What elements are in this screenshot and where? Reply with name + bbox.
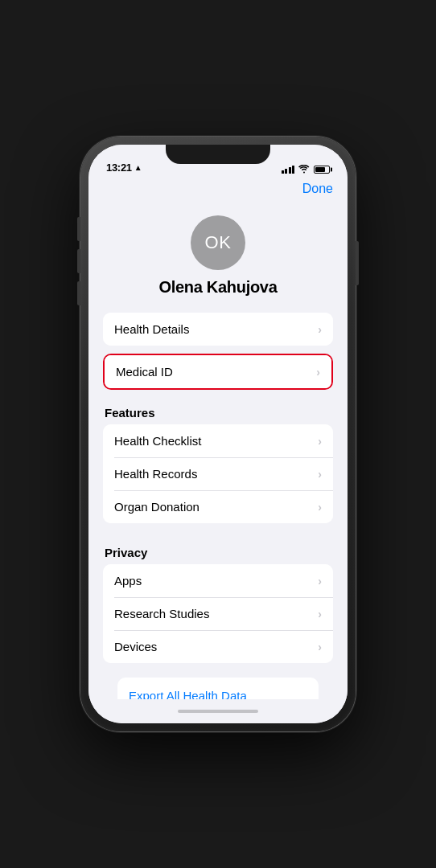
home-bar bbox=[178, 710, 258, 713]
export-section: Export All Health Data Health data was l… bbox=[103, 678, 333, 699]
phone-device: 13:21 ▲ Done bbox=[80, 137, 356, 731]
screen-content[interactable]: Done OK Olena Kahujova Health Details › bbox=[88, 177, 348, 699]
nav-bar: Done bbox=[88, 177, 348, 203]
apps-item[interactable]: Apps › bbox=[103, 564, 333, 597]
health-records-item[interactable]: Health Records › bbox=[103, 457, 333, 490]
battery-icon bbox=[314, 166, 330, 174]
medical-id-card: Medical ID › bbox=[103, 354, 333, 390]
export-link[interactable]: Export All Health Data bbox=[129, 689, 247, 699]
devices-item[interactable]: Devices › bbox=[103, 630, 333, 663]
phone-screen: 13:21 ▲ Done bbox=[88, 145, 348, 723]
health-details-label: Health Details bbox=[114, 322, 189, 336]
organ-donation-chevron: › bbox=[318, 501, 322, 514]
apps-chevron: › bbox=[318, 575, 322, 588]
organ-donation-label: Organ Donation bbox=[114, 500, 199, 514]
profile-name: Olena Kahujova bbox=[159, 278, 278, 297]
organ-donation-item[interactable]: Organ Donation › bbox=[103, 490, 333, 523]
home-indicator bbox=[88, 699, 348, 723]
privacy-section: Privacy Apps › Research Studies › Device… bbox=[103, 538, 333, 663]
status-icons bbox=[282, 165, 331, 174]
apps-label: Apps bbox=[114, 574, 142, 588]
export-card: Export All Health Data Health data was l… bbox=[117, 678, 319, 699]
features-section: Features Health Checklist › Health Recor… bbox=[103, 398, 333, 523]
health-details-chevron: › bbox=[318, 323, 322, 336]
health-records-label: Health Records bbox=[114, 467, 197, 481]
wifi-icon bbox=[298, 165, 310, 174]
research-studies-chevron: › bbox=[318, 608, 322, 620]
health-details-item[interactable]: Health Details › bbox=[103, 313, 333, 346]
features-list: Health Checklist › Health Records › Orga… bbox=[103, 424, 333, 523]
location-icon: ▲ bbox=[134, 163, 142, 172]
status-time: 13:21 bbox=[106, 162, 132, 174]
health-checklist-label: Health Checklist bbox=[114, 434, 201, 448]
signal-icon bbox=[282, 166, 295, 174]
devices-label: Devices bbox=[114, 640, 157, 653]
features-header: Features bbox=[103, 398, 333, 424]
profile-section: OK Olena Kahujova bbox=[88, 203, 348, 313]
medical-id-label: Medical ID bbox=[116, 365, 173, 379]
medical-id-chevron: › bbox=[316, 366, 320, 379]
privacy-header: Privacy bbox=[103, 538, 333, 564]
research-studies-label: Research Studies bbox=[114, 607, 209, 620]
medical-id-section: Medical ID › bbox=[103, 354, 333, 390]
health-records-chevron: › bbox=[318, 468, 322, 481]
medical-id-item[interactable]: Medical ID › bbox=[105, 355, 331, 388]
avatar: OK bbox=[191, 215, 245, 270]
health-checklist-item[interactable]: Health Checklist › bbox=[103, 424, 333, 457]
devices-chevron: › bbox=[318, 641, 322, 653]
privacy-list: Apps › Research Studies › Devices › bbox=[103, 564, 333, 663]
research-studies-item[interactable]: Research Studies › bbox=[103, 597, 333, 630]
notch bbox=[166, 145, 270, 164]
health-details-card: Health Details › bbox=[103, 313, 333, 346]
health-details-section: Health Details › bbox=[103, 313, 333, 346]
health-checklist-chevron: › bbox=[318, 435, 322, 448]
done-button[interactable]: Done bbox=[302, 182, 333, 196]
